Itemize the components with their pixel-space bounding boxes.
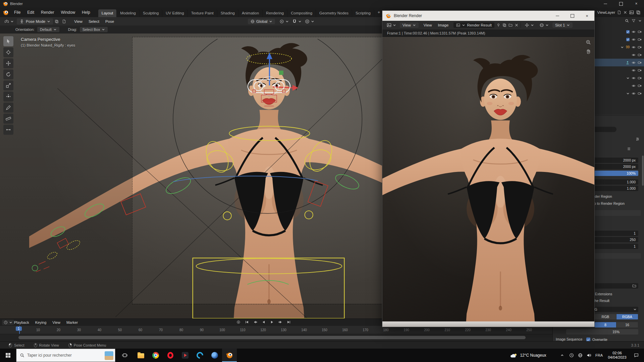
minimize-button[interactable] — [598, 0, 613, 7]
open-image-icon[interactable] — [508, 23, 513, 27]
visibility-eye-icon[interactable] — [632, 30, 636, 34]
network-button[interactable] — [576, 349, 584, 362]
filter-sliders-icon[interactable] — [636, 137, 640, 141]
render-window[interactable]: Blender Render × View ViewImage — [382, 10, 595, 327]
rotate-tool-button[interactable] — [3, 69, 13, 79]
pivot-point-button[interactable] — [278, 18, 290, 24]
display-channels-button[interactable] — [538, 22, 550, 28]
menubar-item[interactable]: Render — [38, 8, 57, 17]
image-datablock-selector[interactable]: Render Result — [453, 22, 494, 28]
transform-tool-button[interactable] — [3, 92, 13, 102]
chevron-down-icon[interactable] — [626, 76, 630, 80]
color-depth-option[interactable]: 8 — [595, 322, 616, 327]
unlink-image-icon[interactable] — [515, 23, 519, 27]
measure-tool-button[interactable] — [3, 114, 13, 124]
mode-dropdown[interactable]: Pose Mode — [17, 18, 53, 24]
paste-pose-button[interactable] — [60, 19, 68, 24]
timeline-menu-item[interactable]: View — [50, 319, 63, 326]
maximize-button[interactable] — [613, 0, 629, 7]
copy-pose-button[interactable] — [53, 19, 60, 24]
workspace-tab[interactable]: Layout — [98, 9, 117, 17]
visibility-eye-icon[interactable] — [632, 38, 636, 42]
compression-slider[interactable]: 15% — [566, 329, 638, 335]
image-mode-dropdown[interactable]: View — [400, 22, 419, 28]
workspace-tab[interactable]: Compositing — [287, 9, 316, 17]
pin-icon[interactable] — [496, 23, 500, 27]
play-button[interactable] — [268, 319, 276, 325]
timeline-menu-item[interactable]: Playback — [11, 319, 32, 326]
workspace-tab[interactable]: Modeling — [117, 9, 140, 17]
menubar-item[interactable]: Edit — [24, 8, 38, 17]
duplicate-image-icon[interactable] — [502, 23, 506, 27]
viewport-menu-item[interactable]: Select — [86, 19, 102, 23]
pose-breakdowner-tool-button[interactable] — [3, 125, 13, 135]
menubar-item[interactable]: Help — [78, 8, 94, 17]
jump-to-end-button[interactable] — [285, 319, 292, 325]
chevron-down-icon[interactable] — [621, 46, 624, 49]
chevron-down-icon[interactable] — [638, 19, 642, 22]
visibility-eye-icon[interactable] — [632, 68, 636, 72]
drag-dropdown[interactable]: Select Box — [80, 27, 108, 32]
annotate-tool-button[interactable] — [3, 103, 13, 113]
visibility-eye-icon[interactable] — [632, 53, 636, 57]
play-reverse-button[interactable] — [260, 319, 267, 325]
taskbar-app-blender[interactable] — [222, 349, 237, 362]
image-editor-menu-item[interactable]: Image — [435, 23, 451, 27]
visibility-eye-icon[interactable] — [632, 76, 636, 80]
search-highlight-image[interactable] — [105, 351, 113, 360]
language-indicator[interactable]: FRA — [594, 349, 604, 362]
properties-scrollbar[interactable] — [642, 156, 644, 186]
jump-to-start-button[interactable] — [243, 319, 251, 325]
editor-type-button[interactable] — [3, 18, 15, 24]
cursor-tool-button[interactable] — [3, 47, 13, 57]
viewport-menu-item[interactable]: Pose — [102, 19, 117, 23]
folder-icon[interactable] — [632, 284, 636, 288]
viewport-menu-item[interactable]: View — [71, 19, 86, 23]
render-image-icon[interactable] — [629, 10, 634, 15]
workspace-tab[interactable]: UV Editing — [162, 9, 187, 17]
visibility-eye-icon[interactable] — [632, 92, 636, 96]
timeline-menu-item[interactable]: Keying — [33, 319, 49, 326]
previous-keyframe-button[interactable] — [252, 319, 259, 325]
chevron-down-icon[interactable] — [626, 92, 630, 95]
remove-layer-icon[interactable] — [623, 10, 627, 14]
workspace-tab[interactable]: Scripting — [352, 9, 374, 17]
timeline-menu-item[interactable]: Marker — [64, 319, 80, 326]
menubar-item[interactable]: Window — [57, 8, 78, 17]
selectable-checkbox[interactable] — [626, 30, 630, 34]
taskbar-app-media-player[interactable] — [178, 349, 193, 362]
scale-tool-button[interactable] — [3, 80, 13, 90]
filter-funnel-icon[interactable] — [632, 19, 636, 23]
render-visibility-camera-icon[interactable] — [638, 53, 642, 57]
workspace-tab[interactable]: Shading — [217, 9, 238, 17]
panel-menu-icon[interactable] — [627, 147, 631, 151]
proportional-edit-button[interactable] — [303, 18, 316, 24]
auto-keying-button[interactable] — [235, 319, 242, 325]
hidden-icons-button[interactable] — [558, 349, 566, 362]
taskbar-app-swirl[interactable] — [207, 349, 222, 362]
render-visibility-camera-icon[interactable] — [638, 61, 642, 65]
timeline-editor-type-button[interactable] — [2, 320, 14, 325]
render-visibility-camera-icon[interactable] — [638, 76, 642, 80]
view-layer-name[interactable]: ViewLayer — [597, 10, 615, 14]
timeline-scrollbar[interactable] — [18, 336, 526, 339]
selectable-checkbox[interactable] — [626, 38, 630, 41]
render-visibility-camera-icon[interactable] — [638, 38, 642, 42]
tray-clock-app[interactable] — [568, 349, 576, 362]
workspace-tab[interactable]: Rendering — [263, 9, 287, 17]
image-editor-type-button[interactable] — [385, 22, 398, 28]
render-visibility-camera-icon[interactable] — [638, 84, 642, 88]
select-box-tool-button[interactable] — [3, 36, 13, 46]
snapping-button[interactable] — [290, 18, 303, 24]
start-button[interactable] — [0, 349, 16, 362]
render-close-button[interactable]: × — [580, 11, 594, 21]
transform-orientation-dropdown[interactable]: Global — [248, 19, 275, 24]
render-minimize-button[interactable] — [550, 11, 565, 21]
close-button[interactable]: × — [629, 0, 644, 7]
visibility-eye-icon[interactable] — [632, 45, 636, 49]
orientation-dropdown[interactable]: Default — [37, 27, 59, 32]
move-tool-button[interactable] — [3, 58, 13, 68]
task-view-button[interactable] — [117, 349, 132, 362]
color-mode-option[interactable]: RGB — [595, 314, 616, 319]
taskbar-app-blue-c[interactable] — [193, 349, 207, 362]
